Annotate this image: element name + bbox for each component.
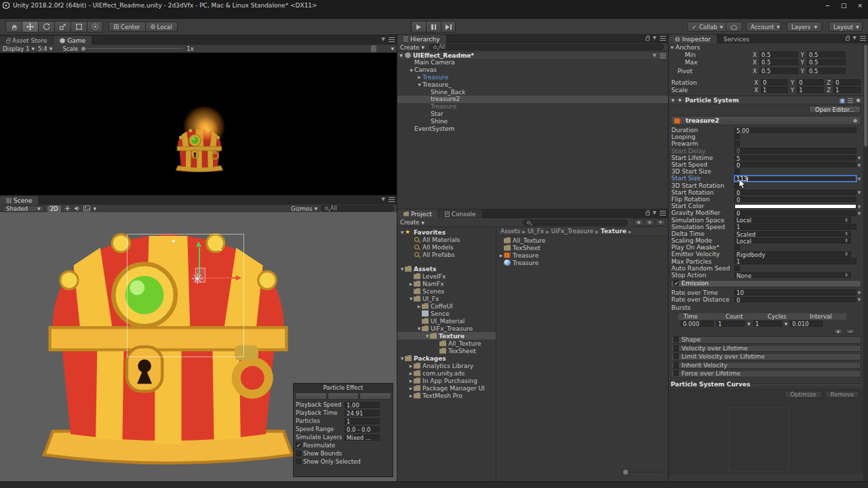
anchor-max-x-field[interactable]: 0.5 <box>760 59 798 65</box>
hierarchy-item[interactable]: Shine <box>397 117 668 125</box>
foldout-icon[interactable]: ▼ <box>397 53 405 58</box>
tab-list-icon[interactable]: ▼ <box>853 35 856 41</box>
particle-effect-field[interactable]: 1.00 <box>344 402 380 408</box>
panel-menu-icon[interactable] <box>389 197 395 202</box>
foldout-icon[interactable]: ▶ <box>408 386 414 390</box>
tab-list-icon[interactable]: ▼ <box>382 197 385 202</box>
curve-dropdown-icon[interactable]: ▼ <box>856 163 862 167</box>
tab-console[interactable]: Console <box>439 209 482 218</box>
tab-scene[interactable]: Scene <box>0 196 38 205</box>
foldout-icon[interactable]: ▼ <box>399 356 405 361</box>
panel-menu-icon[interactable] <box>660 36 666 41</box>
project-tree-item[interactable]: All Models <box>397 243 496 251</box>
space-toggle-button[interactable]: Local <box>146 22 178 32</box>
burst-interval-field[interactable]: 0.010 <box>790 321 823 327</box>
foldout-icon[interactable]: ▶ <box>408 363 414 368</box>
value-field[interactable]: 5.00 <box>734 127 856 134</box>
scene-menu-icon[interactable]: ▼ <box>653 53 656 58</box>
collab-dropdown[interactable]: ✓Collab▼ <box>687 22 728 32</box>
transform-tool-button[interactable] <box>87 21 103 33</box>
hierarchy-item[interactable]: Main Camera <box>397 59 668 66</box>
aspect-dropdown[interactable]: 5:4▼ <box>38 45 52 52</box>
hierarchy-item[interactable]: Shine_Back <box>397 88 668 96</box>
game-toggle-button[interactable] <box>376 45 382 52</box>
gear-icon[interactable]: ✱ <box>856 98 861 104</box>
rotate-tool-button[interactable] <box>38 21 54 33</box>
scene-search-input[interactable]: All <box>321 205 394 211</box>
rotation-x-field[interactable]: 0 <box>761 79 788 85</box>
value-field[interactable]: 1 <box>734 224 856 230</box>
value-field[interactable]: 0 <box>734 148 856 154</box>
tab-inspector[interactable]: Inspector <box>669 35 717 43</box>
scrollbar-thumb[interactable] <box>864 45 867 146</box>
value-field[interactable]: Scaled <box>734 231 851 237</box>
project-tree-item[interactable]: ▶ com.unity.ads <box>397 369 496 377</box>
2d-toggle-button[interactable]: 2D <box>47 205 61 212</box>
hierarchy-item[interactable]: Star <box>397 110 668 118</box>
project-zoom-slider[interactable] <box>622 471 663 473</box>
tab-list-icon[interactable]: ▼ <box>382 37 385 42</box>
project-tree-item[interactable]: ▼ Texture <box>397 332 496 340</box>
project-file-item[interactable]: ▶ Treasure <box>496 251 668 259</box>
checkbox[interactable] <box>296 459 301 464</box>
display-dropdown[interactable]: Display 1▼ <box>3 45 35 52</box>
particle-effect-button[interactable] <box>295 392 327 400</box>
project-tree-item[interactable]: ▶ TextMesh Pro <box>397 392 496 399</box>
project-tree-item[interactable]: ▼ Assets <box>397 265 496 272</box>
search-by-type-button[interactable]: ◆ <box>634 219 644 226</box>
pause-button[interactable] <box>426 21 441 33</box>
particle-effect-checkbox-row[interactable]: Show Bounds <box>294 449 393 458</box>
count-dropdown-icon[interactable]: ▼ <box>747 321 751 326</box>
hierarchy-item[interactable]: treasure2 <box>397 96 668 103</box>
breadcrumb-item[interactable]: UI_Fx▶ <box>528 228 549 235</box>
play-button[interactable] <box>411 21 426 33</box>
scene-gizmos-dropdown[interactable]: Gizmos▼ <box>291 205 317 212</box>
checkbox[interactable] <box>734 169 740 174</box>
help-icon[interactable]: ? <box>840 98 845 104</box>
enum-dropdown-icon[interactable]: ⇕ <box>844 251 848 257</box>
lock-icon[interactable] <box>646 37 650 41</box>
project-tree-item[interactable] <box>397 258 496 265</box>
checkbox[interactable] <box>296 451 301 456</box>
foldout-icon[interactable]: ▼ <box>669 45 675 49</box>
anchor-max-y-field[interactable]: 0.5 <box>807 59 846 65</box>
project-tree-item[interactable]: Sence <box>397 310 496 317</box>
particle-effect-field[interactable]: 1 <box>344 418 380 424</box>
foldout-icon[interactable]: ▼ <box>399 230 405 235</box>
lighting-icon[interactable] <box>64 205 71 211</box>
pivot-y-field[interactable]: 0.5 <box>807 68 846 74</box>
move-tool-button[interactable] <box>22 21 38 33</box>
checkbox[interactable] <box>734 141 740 146</box>
scale-tool-button[interactable] <box>54 21 71 33</box>
hierarchy-item[interactable]: ▼ Treasure_ <box>397 81 668 88</box>
project-tree-item[interactable]: All_Texture <box>397 340 496 347</box>
value-field[interactable]: None <box>734 272 851 279</box>
anchor-min-y-field[interactable]: 0.5 <box>807 52 846 58</box>
checkbox[interactable] <box>734 245 740 250</box>
foldout-icon[interactable]: ▶ <box>416 75 422 79</box>
curve-dropdown-icon[interactable]: ▼ <box>856 190 862 195</box>
curve-dropdown-icon[interactable]: ▼ <box>856 204 862 209</box>
foldout-icon[interactable]: ▶ <box>498 253 504 258</box>
project-tree-item[interactable]: Scenes <box>397 287 496 295</box>
value-field[interactable]: 1 <box>734 258 856 264</box>
tab-game[interactable]: Game <box>54 36 92 45</box>
particle-effect-checkbox-row[interactable]: Resimulate <box>294 441 393 449</box>
project-file-item[interactable]: All_Texture <box>496 237 668 244</box>
cloud-button[interactable] <box>726 22 743 32</box>
particle-system-header[interactable]: ▼ ✦ Particle System ?✱ <box>669 96 863 104</box>
particle-module-header[interactable]: Limit Velocity over Lifetime <box>671 353 861 361</box>
value-field[interactable]: 0 <box>734 210 856 216</box>
project-tree-item[interactable]: TexSheet <box>397 347 496 354</box>
particle-system-name-bar[interactable]: treasure2 ● <box>671 116 861 125</box>
checkbox[interactable] <box>734 134 740 140</box>
effects-caret-icon[interactable]: ▼ <box>94 206 97 211</box>
value-field[interactable]: 113 <box>734 176 856 182</box>
foldout-icon[interactable]: ▼ <box>408 68 414 73</box>
scene-view[interactable]: ✦ ✦ Particle Effect Playback Speed 1.00 … <box>0 212 397 481</box>
rect-tool-button[interactable] <box>71 21 87 33</box>
game-view[interactable] <box>0 53 397 195</box>
curve-dropdown-icon[interactable]: ▼ <box>856 176 862 181</box>
step-button[interactable] <box>441 21 456 33</box>
panel-menu-icon[interactable] <box>860 36 866 41</box>
